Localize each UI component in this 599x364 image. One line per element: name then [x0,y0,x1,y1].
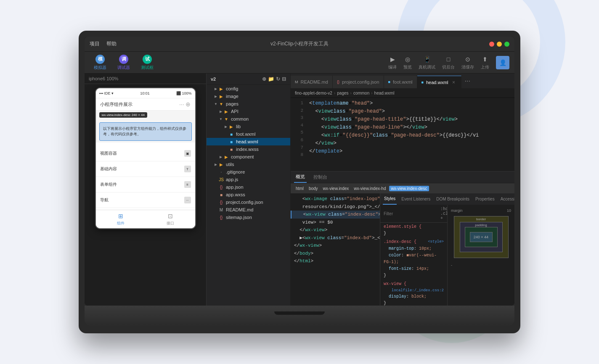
phone-tab-component[interactable]: ⊞ 组件 [117,212,125,226]
dom-line-1b: resources/kind/logo.png">_</wx-image> [291,203,380,211]
path-wxview-index[interactable]: wx-view.index [321,186,351,191]
tree-lib[interactable]: ▶ ▶ lib [207,123,290,130]
window-maximize-btn[interactable] [504,42,509,47]
filetree-new-file[interactable]: ⊕ [262,76,266,82]
path-html[interactable]: html [294,186,305,191]
tab-projectconfig[interactable]: {} project.config.json [333,76,384,88]
tree-app-json[interactable]: ▶ {} app.json [207,183,290,191]
bottom-tab-console[interactable]: 控制台 [312,171,329,183]
background-action[interactable]: □ 切后台 [442,55,455,70]
styles-tab-styles[interactable]: Styles [383,193,397,205]
dom-line-2[interactable]: <wx-view class="index-desc">以下将展示小程序官方组件… [291,211,380,219]
filetree-header: v2 ⊕ 📁 ↻ ⊟ [207,74,290,85]
titlebar-left: 项目 帮助 [90,40,117,47]
upload-action[interactable]: ⬆ 上传 [481,55,489,70]
styles-tab-a11y[interactable]: Accessibility [499,197,514,201]
tab-foot-wxml[interactable]: ■ foot.wxml [384,76,417,88]
dom-line-7: </body> [291,250,380,258]
tree-head-wxml[interactable]: ▶ ■ head.wxml [207,138,290,145]
folder-label: lib [236,124,290,129]
code-lines: <template name="head"> <view class="page… [306,98,514,171]
toolbar-left: 模 模拟器 调 调试器 试 测试框 [90,53,158,72]
path-body[interactable]: body [307,186,320,191]
breadcrumb-pages[interactable]: pages [337,91,348,95]
clearcache-action[interactable]: ⊙ 清缓存 [461,55,474,70]
dom-tree-area: <wx-image class="index-logo" src="../res… [291,193,380,306]
path-wxview-hd[interactable]: wx-view.index-hd [352,186,387,191]
menu-help[interactable]: 帮助 [106,40,117,47]
window-close-btn[interactable] [489,42,494,47]
avatar[interactable]: 👤 [496,56,509,69]
menu-project[interactable]: 项目 [90,40,100,47]
test-label: 测试框 [141,65,154,71]
filetree-refresh[interactable]: ↻ [276,76,280,82]
compile-label: 编译 [388,64,397,70]
folder-icon: ▶ [223,108,229,114]
bottom-tab-overview[interactable]: 概览 [294,171,307,183]
tree-gitignore[interactable]: ▶ · .gitignore [207,168,290,176]
simulate-icon: 模 [95,55,105,64]
styles-tab-events[interactable]: Event Listeners [400,197,432,201]
editor-tabs: M README.md {} project.config.json ■ foo… [291,74,514,89]
styles-tab-props[interactable]: Properties [474,197,496,201]
style-rule-index-desc: .index-desc { <style> margin-top: 10px; … [380,238,447,280]
styles-tab-dom-bp[interactable]: DOM Breakpoints [435,197,471,201]
tree-app-wxss[interactable]: ▶ ■ app.wxss [207,191,290,198]
tree-sitemap[interactable]: ▶ {} sitemap.json [207,214,290,221]
chevron-icon: ▼ [213,102,218,106]
tab-label-projectconfig: project.config.json [342,79,379,84]
nav-item-nav[interactable]: 导航 ··· [96,193,195,208]
phone-device: ▪▪▪ IDE ▾ 10:01 ⬛ 100% 小程序组件展示 ··· ⊕ wx-… [95,87,196,229]
clearcache-icon: ⊙ [464,55,472,63]
ide-body: iphone6 100% ▪▪▪ IDE ▾ 10:01 ⬛ 100% 小程序组… [85,74,514,306]
tree-api[interactable]: ▶ ▶ API [207,108,290,115]
nav-icon-basic: T [184,166,191,172]
nav-item-form[interactable]: 表单组件 ≡ [96,177,195,193]
debug-button[interactable]: 调 调试器 [113,53,134,72]
tree-image[interactable]: ▶ ▶ image [207,92,290,100]
upload-icon: ⬆ [481,55,489,63]
breadcrumb-sep-3: › [371,91,372,95]
tree-foot-wxml[interactable]: ▶ ■ foot.wxml [207,130,290,138]
tab-head-wxml[interactable]: ■ head.wxml × [417,76,461,88]
styles-filter-input[interactable] [384,211,437,216]
simulate-button[interactable]: 模 模拟器 [90,53,111,72]
preview-action[interactable]: ◎ 预览 [403,55,412,70]
realdevice-action[interactable]: 📱 真机调试 [419,55,435,70]
phone-nav-list: 视图容器 ▣ 基础内容 T 表单组件 ≡ [96,142,195,210]
phone-time: 10:01 [140,91,150,95]
window-minimize-btn[interactable] [497,42,502,47]
tree-readme[interactable]: ▶ M README.md [207,206,290,214]
chevron-icon: ▶ [213,163,218,166]
code-line-2: <view class="page-head"> [306,108,514,116]
tab-readme[interactable]: M README.md [291,76,333,88]
breadcrumb-file[interactable]: head.wxml [374,91,395,95]
code-editor[interactable]: 1 2 3 4 5 6 7 8 <template name="head"> [291,98,514,171]
app-title: v2-FinClip小程序开发工具 [270,40,329,47]
compile-action[interactable]: ▶ 编译 [388,55,397,70]
filter-pseudo[interactable]: :hov .cls + [440,207,447,221]
tree-common[interactable]: ▼ ▼ common [207,115,290,123]
tree-pages[interactable]: ▼ ▼ pages [207,100,290,108]
tree-index-wxss[interactable]: ▶ ■ index.wxss [207,145,290,153]
phone-tab-api[interactable]: ⊡ 接口 [167,212,174,226]
tab-icon-readme: M [295,80,298,84]
test-button[interactable]: 试 测试框 [137,53,158,72]
nav-item-basic[interactable]: 基础内容 T [96,161,195,177]
breadcrumb-common[interactable]: common [353,91,369,95]
phone-options[interactable]: ··· ⊕ [179,101,191,108]
filetree-collapse[interactable]: ⊟ [282,76,286,82]
path-wxview-desc[interactable]: wx-view.index-desc [389,186,429,191]
tab-close-head[interactable]: × [451,79,457,85]
tree-project-config[interactable]: ▶ {} project.config.json [207,198,290,206]
tree-component[interactable]: ▶ ▶ component [207,153,290,161]
filetree-new-folder[interactable]: 📁 [268,76,274,82]
nav-icon-nav: ··· [184,197,191,203]
tree-app-js[interactable]: ▶ JS app.js [207,176,290,183]
breadcrumb-root[interactable]: fino-applet-demo-v2 [295,91,332,95]
tree-utils[interactable]: ▶ ▶ utils [207,161,290,168]
tree-config[interactable]: ▶ ▶ config [207,85,290,92]
tab-overflow-menu[interactable]: ··· [461,77,474,85]
folder-icon: ▶ [218,161,224,167]
nav-item-viewcontainer[interactable]: 视图容器 ▣ [96,146,195,161]
